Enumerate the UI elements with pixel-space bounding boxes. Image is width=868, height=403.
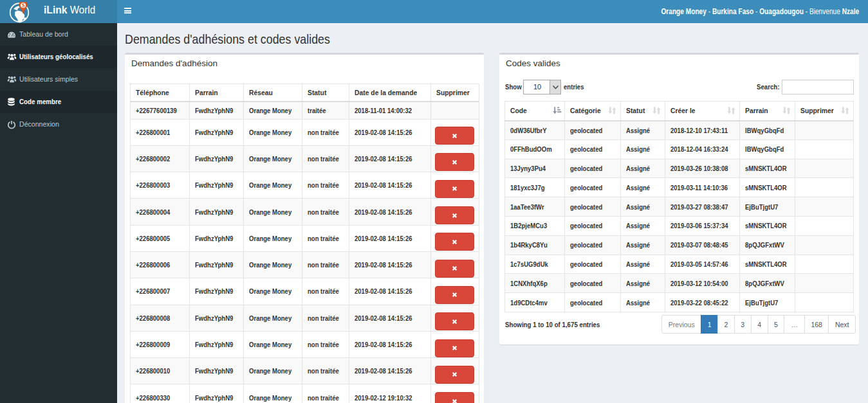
svg-text:S: S	[22, 2, 25, 8]
